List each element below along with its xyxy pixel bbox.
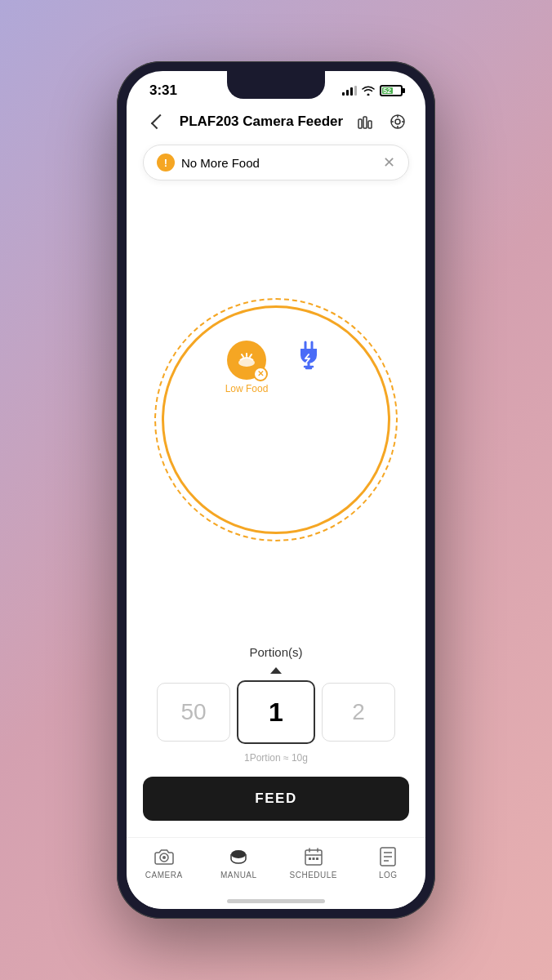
page-title: PLAF203 Camera Feeder — [180, 114, 343, 130]
portion-item-1[interactable]: 1 — [237, 680, 315, 744]
settings-icon[interactable] — [386, 110, 409, 133]
manual-nav-icon — [228, 846, 249, 867]
portion-indicator — [270, 667, 282, 674]
feed-button-wrap: FEED — [127, 777, 425, 837]
log-nav-icon — [377, 846, 398, 867]
stats-icon[interactable] — [354, 110, 376, 133]
home-indicator — [127, 893, 425, 909]
back-chevron-icon — [151, 114, 166, 129]
svg-line-12 — [250, 354, 252, 357]
svg-point-4 — [395, 119, 400, 124]
svg-line-10 — [242, 354, 243, 357]
svg-point-16 — [231, 850, 246, 858]
nav-item-manual[interactable]: MANUAL — [214, 846, 263, 880]
camera-nav-label: CAMERA — [145, 871, 183, 880]
status-time: 3:31 — [149, 82, 177, 99]
phone-frame: 3:31 52 — [117, 61, 435, 919]
low-food-label: Low Food — [225, 383, 269, 394]
portion-hint: 1Portion ≈ 10g — [143, 752, 409, 764]
svg-rect-22 — [312, 858, 314, 860]
schedule-nav-label: SCHEDULE — [290, 871, 337, 880]
back-button[interactable] — [143, 109, 169, 135]
schedule-nav-icon — [303, 846, 324, 867]
nav-item-schedule[interactable]: SCHEDULE — [289, 846, 338, 880]
nav-item-camera[interactable]: CAMERA — [140, 846, 189, 880]
phone-screen: 3:31 52 — [127, 71, 425, 909]
portion-section: Portion(s) 50 1 2 1Portion ≈ 10g — [127, 645, 425, 777]
camera-nav-icon — [154, 846, 175, 867]
alert-banner: ! No More Food ✕ — [143, 145, 409, 180]
feed-button[interactable]: FEED — [143, 777, 409, 821]
alert-warning-icon: ! — [157, 154, 175, 172]
wifi-icon — [362, 86, 375, 96]
svg-marker-13 — [270, 667, 282, 674]
portion-item-2[interactable]: 2 — [322, 683, 395, 742]
nav-item-log[interactable]: LOG — [363, 846, 412, 880]
home-bar — [227, 899, 325, 903]
svg-point-15 — [162, 856, 166, 859]
plug-icon — [291, 341, 327, 376]
signal-icon — [342, 86, 357, 96]
svg-rect-23 — [316, 858, 318, 860]
portion-scroll[interactable]: 50 1 2 — [143, 677, 409, 747]
svg-rect-1 — [363, 117, 367, 128]
circle-container: ✕ Low Food — [127, 194, 425, 645]
circle-status-icons: ✕ Low Food — [225, 341, 327, 394]
feeder-circle: ✕ Low Food — [162, 305, 390, 534]
battery-icon: 52 — [380, 85, 403, 96]
manual-nav-label: MANUAL — [220, 871, 257, 880]
feed-button-label: FEED — [255, 791, 296, 807]
svg-rect-21 — [309, 858, 311, 860]
portion-item-50[interactable]: 50 — [157, 683, 230, 742]
status-icons: 52 — [342, 85, 403, 96]
svg-rect-0 — [358, 119, 362, 128]
alert-text: No More Food — [181, 156, 260, 170]
log-nav-label: LOG — [379, 871, 398, 880]
alert-close-button[interactable]: ✕ — [383, 155, 395, 170]
svg-rect-2 — [368, 121, 372, 128]
portion-label: Portion(s) — [143, 645, 409, 659]
low-food-wrapper: ✕ Low Food — [225, 341, 269, 394]
alert-left: ! No More Food — [157, 154, 260, 172]
bottom-nav: CAMERA MANUAL — [127, 837, 425, 893]
x-badge: ✕ — [253, 367, 268, 381]
header-action-icons — [354, 110, 409, 133]
app-header: PLAF203 Camera Feeder — [127, 105, 425, 145]
notch — [227, 71, 325, 99]
food-icon: ✕ — [227, 341, 266, 380]
